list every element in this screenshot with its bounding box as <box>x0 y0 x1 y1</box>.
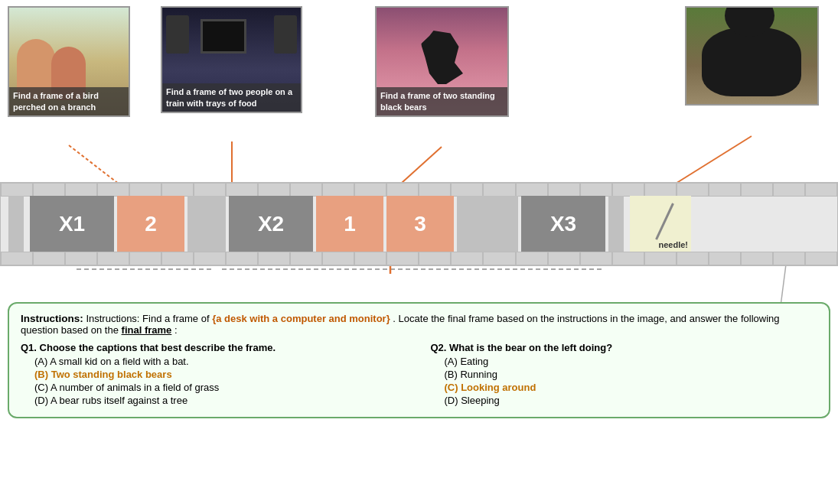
spacer-block-3 <box>457 196 518 252</box>
grid-cell <box>290 252 322 265</box>
timeline-block-x1: X1 <box>30 196 114 252</box>
grid-cell <box>516 183 548 197</box>
grid-cell <box>129 252 161 265</box>
grid-cell <box>805 183 837 197</box>
monitor <box>201 19 246 54</box>
qa-container: Q1. Choose the captions that best descri… <box>21 342 817 408</box>
grid-cell <box>741 252 773 265</box>
q2-option-c: (C) Looking around <box>445 382 818 393</box>
instructions-text: Instructions: Instructions: Find a frame… <box>21 313 817 336</box>
image-card-bear <box>685 6 819 106</box>
q1-option-d: (D) A bear rubs itself against a tree <box>34 395 408 406</box>
needle-block: needle! <box>630 196 691 252</box>
q1-option-a: (A) A small kid on a field with a bat. <box>34 356 408 367</box>
grid-cell <box>97 252 129 265</box>
grid-cell <box>516 252 548 265</box>
q2-option-b: (B) Running <box>445 369 818 380</box>
timeline-block-x3: X3 <box>521 196 605 252</box>
question-1-column: Q1. Choose the captions that best descri… <box>21 342 408 408</box>
image-card-bird: Find a frame of two standing black bears <box>375 6 509 117</box>
instructions-label: Instructions: <box>21 313 83 324</box>
grid-cell <box>580 252 612 265</box>
q2-option-a: (A) Eating <box>445 356 818 367</box>
grid-cell <box>644 252 677 265</box>
grid-cell <box>386 183 419 197</box>
needle-label: needle! <box>658 240 688 249</box>
grid-cell <box>741 183 773 197</box>
grid-cell <box>773 183 805 197</box>
q1-options: (A) A small kid on a field with a bat. (… <box>21 356 408 406</box>
grid-cell <box>419 252 451 265</box>
timeline-grid-bottom <box>1 252 837 265</box>
bird-silhouette <box>421 31 463 84</box>
grid-cell <box>194 183 226 197</box>
grid-cell <box>805 252 837 265</box>
spacer-block-2 <box>187 196 226 252</box>
timeline-grid-top <box>1 183 837 197</box>
instructions-box: Instructions: Instructions: Find a frame… <box>8 302 830 418</box>
grid-cell <box>129 183 161 197</box>
grid-cell <box>386 252 419 265</box>
instructions-suffix-end: : <box>174 324 178 336</box>
grid-cell <box>322 183 354 197</box>
bear-body <box>702 28 801 96</box>
grid-cell <box>194 252 226 265</box>
speaker-right <box>274 15 297 54</box>
timeline-blocks-container: X1 2 X2 1 3 X3 <box>1 197 837 252</box>
image-caption-bird: Find a frame of two standing black bears <box>377 87 507 115</box>
grid-cell <box>226 183 258 197</box>
grid-cell <box>97 183 129 197</box>
q1-title: Q1. Choose the captions that best descri… <box>21 342 408 353</box>
grid-cell <box>161 252 194 265</box>
grid-cell <box>677 183 709 197</box>
instructions-highlight: {a desk with a computer and monitor} <box>212 313 390 324</box>
grid-cell <box>226 252 258 265</box>
grid-cell <box>612 183 644 197</box>
grid-cell <box>258 183 290 197</box>
grid-cell <box>612 252 644 265</box>
timeline-strip: X1 2 X2 1 3 X3 <box>0 182 838 266</box>
grid-cell <box>677 252 709 265</box>
image-caption-studio: Find a frame of two people on a train wi… <box>162 83 301 112</box>
grid-cell <box>65 252 97 265</box>
instructions-final-frame: final frame <box>122 324 172 336</box>
grid-cell <box>161 183 194 197</box>
question-2-column: Q2. What is the bear on the left doing? … <box>431 342 818 408</box>
q2-title: Q2. What is the bear on the left doing? <box>431 342 818 353</box>
grid-cell <box>709 183 741 197</box>
image-caption-kitchen: Find a frame of a bird perched on a bran… <box>9 87 129 115</box>
q1-option-c: (C) A number of animals in a field of gr… <box>34 382 408 393</box>
grid-cell <box>33 183 65 197</box>
grid-cell <box>33 252 65 265</box>
image-card-kitchen: Find a frame of a bird perched on a bran… <box>8 6 130 117</box>
grid-cell <box>354 183 386 197</box>
grid-cell <box>419 183 451 197</box>
timeline-block-1: 1 <box>316 196 383 252</box>
q1-option-b: (B) Two standing black bears <box>34 369 408 380</box>
grid-cell <box>322 252 354 265</box>
grid-cell <box>1 183 33 197</box>
speaker-left <box>166 15 189 54</box>
grid-cell <box>773 252 805 265</box>
grid-cell <box>644 183 677 197</box>
instructions-prefix: Instructions: Find a frame of <box>86 313 212 324</box>
grid-cell <box>1 252 33 265</box>
needle-line <box>655 203 674 239</box>
grid-cell <box>483 183 515 197</box>
timeline-block-2: 2 <box>117 196 184 252</box>
spacer-block-4 <box>608 196 624 252</box>
grid-cell <box>65 183 97 197</box>
spacer-block <box>8 196 24 252</box>
grid-cell <box>709 252 741 265</box>
q2-option-d: (D) Sleeping <box>445 395 818 406</box>
grid-cell <box>290 183 322 197</box>
image-content-bear <box>686 8 817 104</box>
grid-cell <box>258 252 290 265</box>
timeline-block-3: 3 <box>386 196 454 252</box>
grid-cell <box>580 183 612 197</box>
grid-cell <box>451 183 483 197</box>
grid-cell <box>483 252 515 265</box>
grid-cell <box>548 252 580 265</box>
grid-cell <box>451 252 483 265</box>
image-card-studio: Find a frame of two people on a train wi… <box>161 6 302 113</box>
